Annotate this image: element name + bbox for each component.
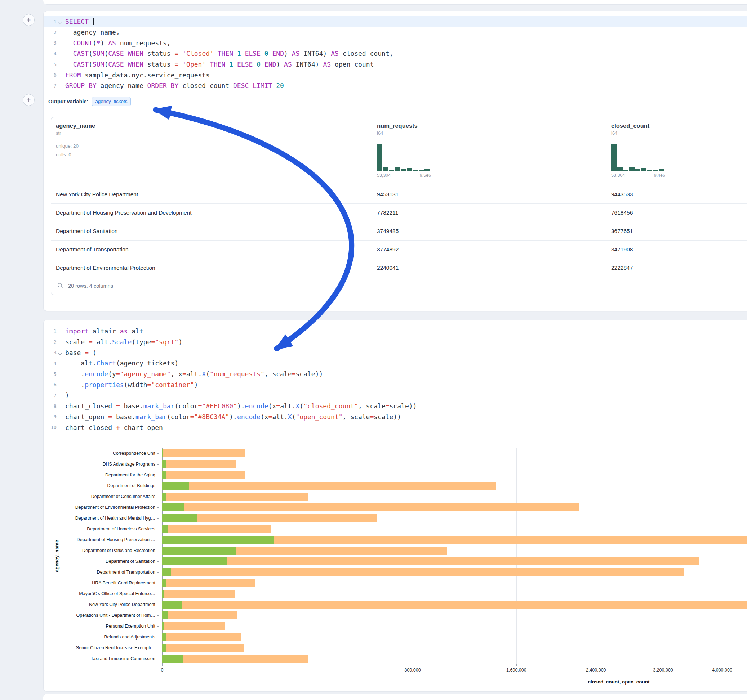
fold-chevron-icon[interactable] xyxy=(57,18,62,25)
python-cell: 1import altair as alt2scale = alt.Scale(… xyxy=(43,320,747,691)
chart-row: Department of Parks and Recreation xyxy=(44,545,747,556)
closed-bar xyxy=(162,633,241,641)
chart-row: Mayorâ€ s Office of Special Enforce… xyxy=(44,588,747,599)
chart-row: Personal Exemption Unit xyxy=(44,621,747,632)
code-line[interactable]: 8chart_closed = base.mark_bar(color="#FF… xyxy=(44,401,747,412)
sql-code-editor[interactable]: 1SELECT 2 agency_name,3 COUNT(*) AS num_… xyxy=(44,11,747,91)
y-axis-tick xyxy=(157,453,159,454)
y-axis-label: Department of Health and Mental Hyg… xyxy=(44,516,155,520)
python-code-editor[interactable]: 1import altair as alt2scale = alt.Scale(… xyxy=(44,320,747,433)
code-line[interactable]: 10chart_closed + chart_open xyxy=(44,422,747,433)
y-axis-label: Department of Sanitation xyxy=(44,559,155,564)
code-line[interactable]: 5 .encode(y="agency_name", x=alt.X("num_… xyxy=(44,369,747,380)
code-line[interactable]: 3base = ( xyxy=(44,347,747,358)
code-line[interactable]: 7GROUP BY agency_name ORDER BY closed_co… xyxy=(44,80,747,91)
line-number: 4 xyxy=(44,51,57,57)
line-number: 6 xyxy=(44,382,57,388)
closed-bar xyxy=(162,450,245,457)
code-text: GROUP BY agency_name ORDER BY closed_cou… xyxy=(62,82,284,89)
table-cell: 3677651 xyxy=(606,222,747,240)
y-axis-tick xyxy=(157,572,159,573)
open-bar xyxy=(162,503,184,511)
y-axis-label: Correspondence Unit xyxy=(44,451,155,456)
code-line[interactable]: 7) xyxy=(44,390,747,401)
x-axis-tick-label: 0 xyxy=(161,668,163,673)
open-bar xyxy=(162,536,274,544)
chart-row: Department for the Aging xyxy=(44,469,747,480)
code-line[interactable]: 6 .properties(width="container") xyxy=(44,379,747,390)
open-bar xyxy=(162,471,166,479)
code-line[interactable]: 1SELECT xyxy=(44,16,747,27)
table-row[interactable]: Department of Housing Preservation and D… xyxy=(51,204,747,222)
histogram-range: 53,3049.4e6 xyxy=(611,173,665,178)
table-cell: 3749485 xyxy=(372,222,606,240)
code-line[interactable]: 6FROM sample_data.nyc.service_requests xyxy=(44,69,747,80)
output-variable-chip[interactable]: agency_tickets xyxy=(92,97,130,106)
y-axis-label: Department for the Aging xyxy=(44,472,155,477)
y-axis-label: Department of Parks and Recreation xyxy=(44,548,155,553)
column-header[interactable]: agency_namestrunique: 20nulls: 0 xyxy=(51,118,372,185)
line-number: 6 xyxy=(44,72,57,78)
table-cell: 9453131 xyxy=(372,186,606,204)
y-axis-label: Department of Homeless Services xyxy=(44,527,155,531)
open-bar xyxy=(162,568,171,576)
column-header[interactable]: num_requestsi6453,3049.5e6 xyxy=(372,118,606,185)
column-type: str xyxy=(56,130,372,136)
y-axis-label: Operations Unit - Department of Hom… xyxy=(44,613,155,618)
table-cell: Department of Environmental Protection xyxy=(51,259,372,277)
line-number: 5 xyxy=(44,62,57,67)
code-line[interactable]: 4 alt.Chart(agency_tickets) xyxy=(44,358,747,369)
y-axis-label: Personal Exemption Unit xyxy=(44,624,155,629)
code-line[interactable]: 1import altair as alt xyxy=(44,326,747,337)
code-line[interactable]: 2scale = alt.Scale(type="sqrt") xyxy=(44,337,747,347)
column-name: closed_count xyxy=(611,122,747,129)
y-axis-label: Department of Consumer Affairs xyxy=(44,494,155,499)
line-number: 4 xyxy=(44,361,57,366)
y-axis-label: Senior Citizen Rent Increase Exempti… xyxy=(44,645,155,650)
chart-row: Department of Health and Mental Hyg… xyxy=(44,513,747,523)
y-axis-tick xyxy=(157,637,159,637)
y-axis-label: New York City Police Department xyxy=(44,602,155,607)
code-text: agency_name, xyxy=(62,29,120,36)
code-line[interactable]: 2 agency_name, xyxy=(44,27,747,38)
code-line[interactable]: 9chart_open = base.mark_bar(color="#8BC3… xyxy=(44,412,747,422)
chart-row: Operations Unit - Department of Hom… xyxy=(44,610,747,621)
open-bar xyxy=(162,514,197,522)
chart-row: Refunds and Adjustments xyxy=(44,632,747,643)
open-bar xyxy=(162,460,166,468)
y-axis-tick xyxy=(157,475,159,475)
histogram-range: 53,3049.5e6 xyxy=(377,173,431,178)
x-axis-line xyxy=(162,664,747,664)
column-stats: unique: 20nulls: 0 xyxy=(56,142,372,160)
add-cell-button[interactable]: + xyxy=(23,14,35,26)
line-number: 7 xyxy=(44,83,57,89)
table-dimensions: 20 rows, 4 columns xyxy=(68,283,113,289)
chart-row: DHS Advantage Programs xyxy=(44,459,747,469)
column-name: num_requests xyxy=(377,122,606,129)
open-bar xyxy=(162,547,236,555)
y-axis-tick xyxy=(157,551,159,551)
table-cell: 7618456 xyxy=(606,204,747,222)
code-text: .properties(width="container") xyxy=(62,381,198,389)
fold-chevron-icon[interactable] xyxy=(57,349,62,356)
add-cell-button[interactable]: + xyxy=(23,94,35,106)
table-row[interactable]: Department of Sanitation37494853677651 xyxy=(51,222,747,240)
column-header[interactable]: closed_counti6453,3049.4e6 xyxy=(606,118,747,185)
code-line[interactable]: 5 CAST(SUM(CASE WHEN status = 'Open' THE… xyxy=(44,59,747,70)
table-row[interactable]: Department of Transportation377489234719… xyxy=(51,240,747,258)
table-header: agency_namestrunique: 20nulls: 0num_requ… xyxy=(51,118,747,185)
code-line[interactable]: 4 CAST(SUM(CASE WHEN status = 'Closed' T… xyxy=(44,48,747,59)
column-type: i64 xyxy=(377,130,606,136)
y-axis-tick xyxy=(157,594,159,594)
text-cursor xyxy=(93,18,94,25)
table-footer: 20 rows, 4 columns xyxy=(51,277,747,294)
x-axis-tick-label: 3,200,000 xyxy=(653,668,673,673)
search-icon[interactable] xyxy=(57,283,64,289)
line-number: 7 xyxy=(44,392,57,398)
table-row[interactable]: New York City Police Department945313194… xyxy=(51,185,747,204)
y-axis-label: Department of Buildings xyxy=(44,483,155,488)
table-cell: Department of Sanitation xyxy=(51,222,372,240)
y-axis-tick xyxy=(157,496,159,497)
code-line[interactable]: 3 COUNT(*) AS num_requests, xyxy=(44,38,747,48)
table-row[interactable]: Department of Environmental Protection22… xyxy=(51,258,747,277)
